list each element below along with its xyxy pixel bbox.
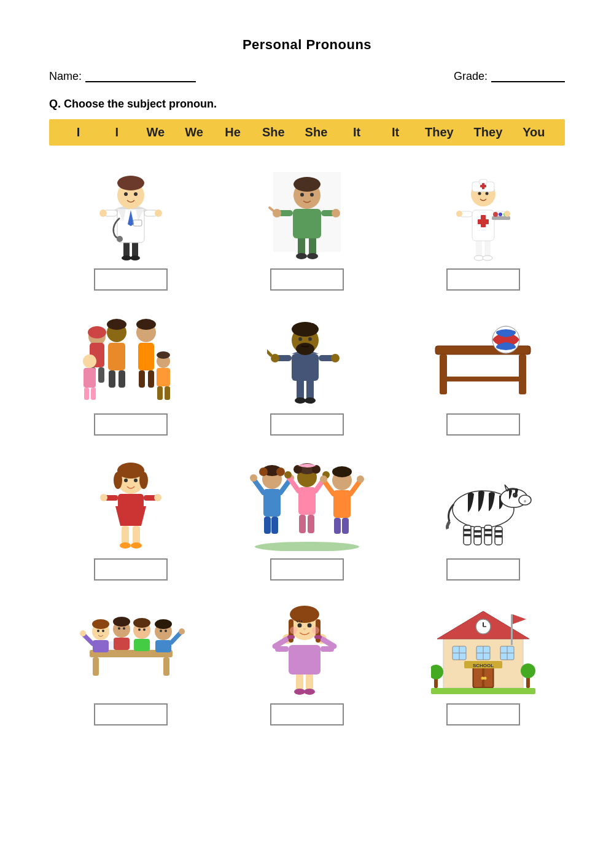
cell-family <box>49 309 213 436</box>
image-children <box>239 454 375 552</box>
answer-box-girl[interactable] <box>94 558 168 581</box>
answer-box-man[interactable] <box>270 413 344 436</box>
svg-rect-161 <box>474 535 481 538</box>
svg-point-52 <box>499 213 502 216</box>
pronoun-item-7: It <box>348 125 366 139</box>
svg-rect-162 <box>484 529 492 531</box>
cell-school: SCHOOL <box>401 599 565 725</box>
svg-rect-159 <box>464 534 471 536</box>
svg-rect-63 <box>108 343 125 370</box>
svg-point-114 <box>124 479 128 482</box>
svg-line-204 <box>275 639 287 646</box>
svg-rect-97 <box>519 354 526 394</box>
svg-point-76 <box>157 351 170 359</box>
page-title: Personal Pronouns <box>49 37 565 53</box>
svg-line-32 <box>270 208 273 211</box>
answer-box-table[interactable] <box>446 413 520 436</box>
svg-rect-158 <box>464 529 471 531</box>
svg-rect-160 <box>474 530 481 533</box>
svg-point-213 <box>307 623 311 627</box>
svg-point-54 <box>456 211 462 217</box>
svg-rect-165 <box>495 535 502 538</box>
svg-point-17 <box>155 209 162 217</box>
answer-box-doctor[interactable] <box>94 268 168 291</box>
svg-point-147 <box>357 475 364 483</box>
name-underline[interactable] <box>85 71 196 82</box>
svg-point-192 <box>143 628 146 631</box>
svg-point-33 <box>332 209 340 217</box>
svg-point-126 <box>250 474 257 482</box>
pronoun-item-5: She <box>262 125 285 139</box>
svg-point-4 <box>130 256 140 260</box>
name-field: Name: <box>49 70 196 83</box>
svg-line-205 <box>322 639 334 646</box>
svg-point-104 <box>131 542 142 549</box>
svg-rect-60 <box>98 367 104 383</box>
svg-point-219 <box>303 628 306 630</box>
svg-rect-133 <box>299 515 306 533</box>
name-label: Name: <box>49 70 82 83</box>
svg-point-37 <box>483 256 492 260</box>
svg-rect-68 <box>84 388 89 400</box>
svg-point-207 <box>290 606 319 623</box>
svg-point-47 <box>486 192 489 195</box>
svg-rect-141 <box>333 490 351 518</box>
svg-rect-79 <box>165 386 170 400</box>
svg-line-174 <box>84 635 93 644</box>
svg-rect-84 <box>292 354 319 381</box>
cell-hero <box>225 164 389 291</box>
svg-rect-211 <box>314 635 322 639</box>
svg-rect-178 <box>114 638 130 650</box>
svg-point-51 <box>493 212 498 217</box>
image-man <box>239 309 375 407</box>
svg-point-119 <box>259 467 268 476</box>
svg-text:SCHOOL: SCHOOL <box>473 663 494 668</box>
svg-rect-247 <box>511 614 513 645</box>
answer-box-school[interactable] <box>446 703 520 725</box>
image-nurse <box>416 164 551 262</box>
svg-rect-168 <box>163 657 169 676</box>
pronoun-bar: IIWeWeHeSheSheItItTheyTheyYou <box>49 119 565 146</box>
svg-point-151 <box>524 500 526 502</box>
pronoun-item-0: I <box>69 125 87 139</box>
svg-rect-24 <box>293 209 321 238</box>
svg-rect-167 <box>93 657 99 676</box>
svg-point-26 <box>293 177 321 192</box>
answer-box-family[interactable] <box>94 413 168 436</box>
question-text: Q. Choose the subject pronoun. <box>49 98 565 111</box>
svg-point-88 <box>298 337 302 341</box>
cell-table <box>401 309 565 436</box>
svg-rect-74 <box>148 370 154 388</box>
image-students <box>63 599 198 697</box>
answer-box-students[interactable] <box>94 703 168 725</box>
svg-point-11 <box>124 192 128 196</box>
svg-point-3 <box>122 256 131 260</box>
answer-box-nurse[interactable] <box>446 268 520 291</box>
svg-rect-163 <box>484 534 492 536</box>
svg-point-146 <box>320 475 327 483</box>
svg-rect-210 <box>287 635 295 639</box>
image-doctor <box>63 164 198 262</box>
answer-box-zebra[interactable] <box>446 558 520 581</box>
svg-point-140 <box>332 466 352 477</box>
svg-point-83 <box>305 397 316 404</box>
svg-point-13 <box>117 236 123 242</box>
svg-point-197 <box>294 689 305 695</box>
svg-line-215 <box>299 620 300 622</box>
answer-box-hero[interactable] <box>270 268 344 291</box>
pronoun-item-11: You <box>523 125 545 139</box>
svg-point-191 <box>138 628 141 631</box>
pronoun-item-2: We <box>146 125 165 139</box>
answer-box-thinking-girl[interactable] <box>270 703 344 725</box>
cell-zebra <box>401 454 565 581</box>
image-girl <box>63 454 198 552</box>
svg-rect-123 <box>271 517 278 534</box>
svg-point-82 <box>295 397 306 404</box>
answer-box-children[interactable] <box>270 558 344 581</box>
svg-rect-142 <box>334 518 341 534</box>
svg-point-116 <box>255 542 359 551</box>
grade-underline[interactable] <box>491 71 565 82</box>
cell-girl <box>49 454 213 581</box>
svg-rect-67 <box>84 368 96 388</box>
svg-point-62 <box>107 319 126 330</box>
